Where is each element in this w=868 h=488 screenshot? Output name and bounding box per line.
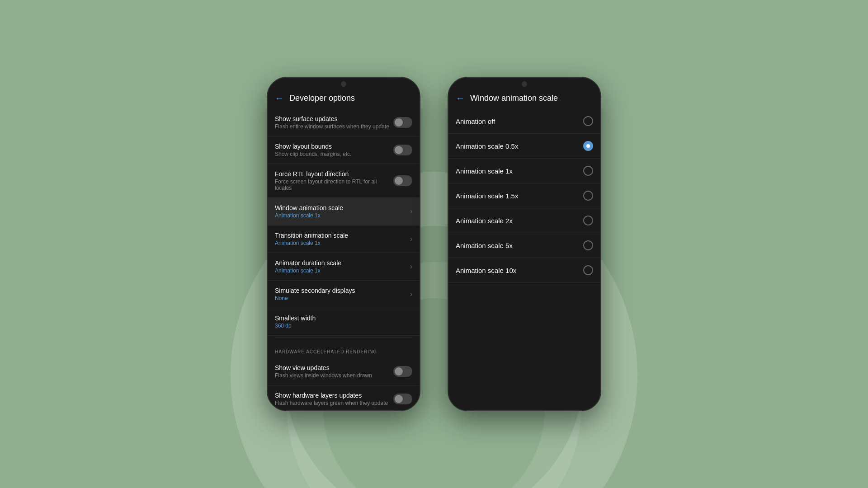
show-view-updates-toggle[interactable] — [393, 366, 412, 377]
animation-scale-15x-label: Animation scale 1.5x — [456, 192, 518, 200]
show-view-updates-subtitle: Flash views inside windows when drawn — [275, 372, 393, 379]
animation-scale-10x-radio[interactable] — [583, 265, 593, 275]
show-surface-updates-knob — [395, 118, 403, 127]
smallest-width-item[interactable]: Smallest width 360 dp — [268, 308, 420, 336]
animation-scale-10x-label: Animation scale 10x — [456, 267, 516, 274]
show-hardware-layers-toggle[interactable] — [393, 394, 412, 404]
animation-scale-2x-label: Animation scale 2x — [456, 217, 513, 225]
window-animation-scale-subtitle: Animation scale 1x — [275, 212, 410, 219]
force-rtl-knob — [395, 177, 403, 185]
smallest-width-subtitle: 360 dp — [275, 323, 412, 329]
right-phone-screen: ← Window animation scale Animation off A… — [448, 87, 600, 411]
show-surface-updates-content: Show surface updates Flash entire window… — [275, 115, 393, 130]
window-animation-scale-content: Window animation scale Animation scale 1… — [275, 204, 410, 219]
animation-off-label: Animation off — [456, 117, 495, 125]
window-animation-scale-title: Window animation scale — [275, 204, 410, 211]
show-layout-bounds-knob — [395, 146, 403, 154]
left-phone-screen: ← Developer options Show surface updates… — [268, 87, 420, 411]
window-animation-scale-item[interactable]: Window animation scale Animation scale 1… — [268, 198, 420, 225]
animation-scale-15x-radio[interactable] — [583, 191, 593, 201]
simulate-secondary-displays-item[interactable]: Simulate secondary displays None › — [268, 281, 420, 308]
show-view-updates-item[interactable]: Show view updates Flash views inside win… — [268, 358, 420, 385]
show-layout-bounds-title: Show layout bounds — [275, 143, 393, 150]
show-layout-bounds-content: Show layout bounds Show clip bounds, mar… — [275, 143, 393, 157]
animator-duration-scale-chevron: › — [410, 263, 412, 271]
simulate-secondary-displays-chevron: › — [410, 290, 412, 298]
transition-animation-scale-chevron: › — [410, 235, 412, 243]
animation-scale-2x-item[interactable]: Animation scale 2x — [448, 208, 600, 233]
phones-container: ← Developer options Show surface updates… — [267, 77, 601, 411]
force-rtl-title: Force RTL layout direction — [275, 170, 393, 178]
animation-scale-05x-radio[interactable] — [583, 141, 593, 151]
right-screen-header: ← Window animation scale — [448, 87, 600, 109]
simulate-secondary-displays-subtitle: None — [275, 295, 410, 301]
transition-animation-scale-subtitle: Animation scale 1x — [275, 240, 410, 246]
animation-scale-5x-label: Animation scale 5x — [456, 242, 513, 249]
animation-off-item[interactable]: Animation off — [448, 109, 600, 134]
force-rtl-content: Force RTL layout direction Force screen … — [275, 170, 393, 191]
force-rtl-subtitle: Force screen layout direction to RTL for… — [275, 178, 393, 191]
show-hardware-layers-item[interactable]: Show hardware layers updates Flash hardw… — [268, 385, 420, 411]
show-hardware-layers-title: Show hardware layers updates — [275, 392, 393, 399]
simulate-secondary-displays-content: Simulate secondary displays None — [275, 287, 410, 301]
animator-duration-scale-item[interactable]: Animator duration scale Animation scale … — [268, 253, 420, 281]
animator-duration-scale-title: Animator duration scale — [275, 259, 410, 267]
animator-duration-scale-content: Animator duration scale Animation scale … — [275, 259, 410, 274]
show-view-updates-title: Show view updates — [275, 364, 393, 371]
left-phone-notch — [341, 81, 346, 87]
show-hardware-layers-knob — [395, 395, 403, 403]
hardware-section-header: HARDWARE ACCELERATED RENDERING — [268, 340, 420, 358]
smallest-width-title: Smallest width — [275, 314, 412, 322]
show-layout-bounds-toggle[interactable] — [393, 145, 412, 155]
left-screen-header: ← Developer options — [268, 87, 420, 109]
right-back-arrow[interactable]: ← — [456, 93, 465, 103]
animator-duration-scale-subtitle: Animation scale 1x — [275, 267, 410, 274]
show-surface-updates-title: Show surface updates — [275, 115, 393, 122]
right-phone-notch — [522, 81, 527, 87]
right-screen-title: Window animation scale — [470, 94, 558, 103]
show-surface-updates-toggle[interactable] — [393, 117, 412, 128]
hardware-section-label: HARDWARE ACCELERATED RENDERING — [275, 349, 377, 354]
animation-off-radio[interactable] — [583, 116, 593, 126]
simulate-secondary-displays-title: Simulate secondary displays — [275, 287, 410, 294]
window-animation-scale-chevron: › — [410, 207, 412, 216]
animation-scale-15x-item[interactable]: Animation scale 1.5x — [448, 183, 600, 208]
left-phone: ← Developer options Show surface updates… — [267, 77, 420, 411]
left-back-arrow[interactable]: ← — [275, 93, 284, 103]
section-divider — [275, 338, 412, 338]
show-layout-bounds-item[interactable]: Show layout bounds Show clip bounds, mar… — [268, 136, 420, 164]
left-screen-title: Developer options — [289, 94, 355, 103]
force-rtl-toggle[interactable] — [393, 175, 412, 186]
animation-scale-05x-label: Animation scale 0.5x — [456, 142, 518, 150]
animation-scale-1x-label: Animation scale 1x — [456, 167, 513, 175]
transition-animation-scale-title: Transition animation scale — [275, 232, 410, 239]
show-hardware-layers-subtitle: Flash hardware layers green when they up… — [275, 400, 393, 406]
show-surface-updates-subtitle: Flash entire window surfaces when they u… — [275, 123, 393, 130]
left-settings-list: Show surface updates Flash entire window… — [268, 109, 420, 411]
animation-scale-1x-radio[interactable] — [583, 166, 593, 176]
animation-scale-5x-item[interactable]: Animation scale 5x — [448, 233, 600, 258]
right-phone: ← Window animation scale Animation off A… — [448, 77, 601, 411]
smallest-width-content: Smallest width 360 dp — [275, 314, 412, 329]
transition-animation-scale-content: Transition animation scale Animation sca… — [275, 232, 410, 246]
transition-animation-scale-item[interactable]: Transition animation scale Animation sca… — [268, 225, 420, 253]
animation-scale-10x-item[interactable]: Animation scale 10x — [448, 258, 600, 283]
force-rtl-item[interactable]: Force RTL layout direction Force screen … — [268, 164, 420, 198]
animation-scale-05x-item[interactable]: Animation scale 0.5x — [448, 134, 600, 159]
show-view-updates-content: Show view updates Flash views inside win… — [275, 364, 393, 379]
show-view-updates-knob — [395, 367, 403, 375]
show-surface-updates-item[interactable]: Show surface updates Flash entire window… — [268, 109, 420, 136]
show-hardware-layers-content: Show hardware layers updates Flash hardw… — [275, 392, 393, 406]
animation-scale-1x-item[interactable]: Animation scale 1x — [448, 159, 600, 183]
animation-scale-5x-radio[interactable] — [583, 240, 593, 250]
animation-scale-2x-radio[interactable] — [583, 216, 593, 225]
show-layout-bounds-subtitle: Show clip bounds, margins, etc. — [275, 151, 393, 157]
right-settings-list: Animation off Animation scale 0.5x Anima… — [448, 109, 600, 411]
